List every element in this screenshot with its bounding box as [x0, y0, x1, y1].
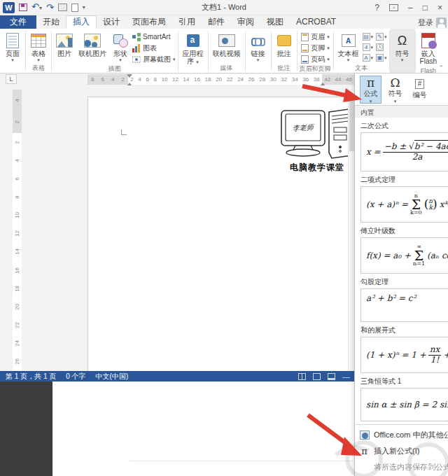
pi-icon: π	[367, 76, 374, 89]
group-pages: 页面▾	[0, 29, 25, 73]
ribbon-tab[interactable]: 插入	[66, 15, 97, 29]
header-button[interactable]: 页眉▾	[300, 31, 330, 42]
textbox-icon: A	[342, 34, 356, 47]
symbol-flyout-button[interactable]: Ω 符号 ▾	[384, 76, 406, 104]
signin-link[interactable]: 登录	[418, 18, 433, 28]
ribbon-tab[interactable]: 页面布局	[126, 15, 172, 29]
word-count[interactable]: 0 个字	[66, 372, 85, 382]
group-symbols: Ω 符号▾	[390, 29, 415, 73]
word-window: W ↶▾ ↷ ▾ 文档1 - Word ? ▪ – □ × 文件 开始插入设计页…	[0, 0, 448, 476]
online-picture-button[interactable]: 联机图片	[76, 30, 108, 59]
zoom-out-icon[interactable]: —	[342, 372, 350, 381]
link-button[interactable]: 链接▾	[248, 30, 269, 64]
equation-preview[interactable]: a² + b² = c²	[360, 288, 448, 322]
ribbon-tab[interactable]: 邮件	[202, 15, 231, 29]
close-button[interactable]: ×	[438, 3, 442, 13]
equation-preview[interactable]: (x + a)ⁿ = nΣk=0 (nk) xᵏaⁿ⁻ᵏ	[360, 186, 448, 223]
number-button[interactable]: # 编号	[409, 76, 430, 104]
ribbon-tab[interactable]: 审阅	[231, 15, 260, 29]
online-video-icon	[218, 34, 235, 47]
group-illustrations: 图片 联机图片 形状▾ SmartArt	[52, 29, 178, 73]
menu-item-insert-new-equation[interactable]: π 插入新公式(I)	[355, 443, 448, 459]
tab-file[interactable]: 文件	[0, 15, 36, 29]
footer-button[interactable]: 页脚▾	[300, 43, 330, 53]
vertical-ruler[interactable]: 42 2468101214161820222426	[13, 90, 22, 371]
ribbon-tab[interactable]: 开始	[36, 15, 66, 29]
ribbon-tab[interactable]: 引用	[172, 15, 202, 29]
document-page[interactable]: 李老师 电脑教学课堂	[88, 97, 356, 371]
avatar[interactable]	[436, 18, 447, 28]
table-button[interactable]: 表格▾	[28, 30, 49, 64]
group-label-media: 媒体	[220, 64, 233, 73]
object-button[interactable]: ▣▾	[376, 52, 387, 62]
equation-preview[interactable]: f(x) = a₀ + ∞Σn=1 (aₙ cos nπxL + bₙ	[360, 237, 448, 274]
shapes-button[interactable]: 形状▾	[110, 30, 131, 64]
undo-icon[interactable]: ↶▾	[31, 3, 42, 13]
page-indicator[interactable]: 第 1 页，共 1 页	[6, 372, 56, 382]
chart-button[interactable]: 图表	[132, 43, 176, 53]
equation-item-sum-expansion[interactable]: 和的展开式 (1 + x)ⁿ = 1 + nx1! + n(n − 1)2! x…	[355, 322, 448, 373]
table-icon	[31, 34, 46, 48]
ribbon-tabs: 开始插入设计页面布局引用邮件审阅视图ACROBAT	[36, 15, 342, 29]
maximize-button[interactable]: □	[423, 3, 428, 13]
ruler-left-margin: 8642	[88, 74, 128, 85]
scrollbar-thumb[interactable]	[349, 95, 354, 151]
dropcap-button[interactable]: A▾	[363, 52, 374, 62]
language-indicator[interactable]: 中文(中国)	[96, 372, 129, 382]
apps-button[interactable]: 应用程 序 ▾	[181, 30, 206, 66]
menu-item-save-selection[interactable]: 将所选内容保存到公式库(S)	[355, 459, 448, 475]
comment-icon	[277, 35, 291, 46]
ribbon-tab[interactable]: 视图	[260, 15, 290, 29]
equation-preview[interactable]: (1 + x)ⁿ = 1 + nx1! + n(n − 1)2! x² + ⋯	[360, 337, 448, 373]
pages-button[interactable]: 页面▾	[2, 30, 23, 64]
vertical-scrollbar[interactable]	[348, 85, 354, 371]
online-video-button[interactable]: 联机视频	[211, 30, 243, 59]
tab-selector[interactable]: L	[6, 74, 17, 84]
embed-flash-button[interactable]: 嵌入 Flash	[418, 30, 439, 66]
image-caption: 电脑教学课堂	[276, 162, 358, 174]
ribbon-display-options-icon[interactable]: ▪	[389, 4, 398, 11]
redo-icon[interactable]: ↷	[46, 4, 54, 12]
read-mode-icon[interactable]	[298, 373, 306, 380]
screenshot-button[interactable]: 屏幕截图▾	[132, 54, 176, 64]
web-layout-icon[interactable]	[328, 373, 335, 380]
wordart-button[interactable]: 4▾	[363, 42, 374, 52]
equation-item-binomial[interactable]: 二项式定理 (x + a)ⁿ = nΣk=0 (nk) xᵏaⁿ⁻ᵏ	[355, 172, 448, 223]
equation-item-trig[interactable]: 三角恒等式 1 sin α ± sin β = 2 sin 12 (α ± β)…	[355, 373, 448, 421]
page-number-button[interactable]: 页码▾	[300, 54, 330, 64]
equation-preview[interactable]: sin α ± sin β = 2 sin 12 (α ± β) cos	[360, 388, 448, 421]
computer-drawing-image[interactable]: 李老师	[276, 106, 358, 161]
group-flash: 嵌入 Flash Flash	[416, 29, 441, 73]
ribbon-tab[interactable]: 设计	[97, 15, 126, 29]
equation-item-quadratic[interactable]: 二次公式 x = −b ± √b² − 4ac 2a	[355, 118, 448, 172]
print-layout-icon[interactable]	[313, 373, 321, 380]
save-icon[interactable]	[19, 4, 27, 11]
monitor-screen-text: 李老师	[292, 123, 315, 132]
equation-preview[interactable]: x = −b ± √b² − 4ac 2a	[360, 132, 448, 172]
smartart-button[interactable]: SmartArt	[132, 31, 176, 42]
group-label-comments: 批注	[278, 64, 290, 73]
signature-line-button[interactable]: ✎▾	[376, 31, 387, 41]
comment-button[interactable]: 批注	[274, 30, 295, 59]
group-text: A 文本框▾ ▤▾ ✎▾ 4▾ 🕓 A▾ ▣▾ 文本	[334, 29, 389, 73]
picture-button[interactable]: 图片	[54, 30, 75, 59]
symbol-button[interactable]: Ω 符号▾	[392, 30, 413, 64]
minimize-button[interactable]: –	[408, 3, 413, 13]
help-button[interactable]: ?	[374, 3, 379, 13]
group-label-tables: 表格	[32, 64, 45, 73]
picture-icon	[56, 34, 73, 48]
collapse-ribbon-icon[interactable]: ⌃	[438, 64, 444, 71]
ribbon-tab[interactable]: ACROBAT	[290, 15, 342, 29]
object-icon: ▣	[376, 54, 384, 62]
touch-mode-icon[interactable]	[58, 4, 67, 11]
wordart-icon: 4	[363, 43, 370, 51]
textbox-button[interactable]: A 文本框▾	[336, 30, 361, 64]
qat-more-icon[interactable]: ▾	[83, 4, 85, 10]
new-document-icon[interactable]	[71, 4, 78, 12]
equation-item-pythagorean[interactable]: 勾股定理 a² + b² = c²	[355, 274, 448, 322]
datetime-button[interactable]: 🕓	[376, 42, 387, 52]
menu-item-office-equations[interactable]: Office.com 中的其他公式(M)	[355, 427, 448, 443]
equation-button[interactable]: π 公式 ▾	[360, 76, 382, 104]
equation-item-fourier[interactable]: 傅立叶级数 f(x) = a₀ + ∞Σn=1 (aₙ cos nπxL + b…	[355, 223, 448, 274]
quick-parts-button[interactable]: ▤▾	[363, 31, 374, 41]
